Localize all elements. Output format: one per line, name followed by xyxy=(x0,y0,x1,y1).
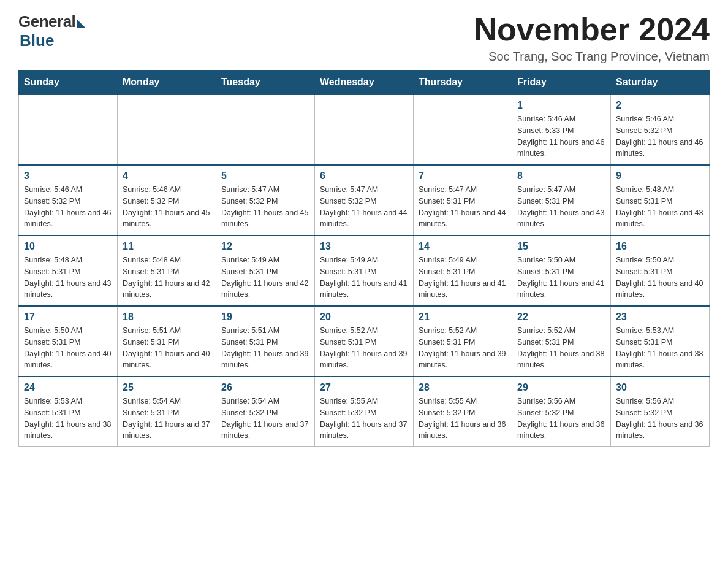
week-row-3: 10Sunrise: 5:48 AM Sunset: 5:31 PM Dayli… xyxy=(19,236,710,306)
day-info: Sunrise: 5:49 AM Sunset: 5:31 PM Dayligh… xyxy=(221,255,309,301)
day-number: 13 xyxy=(320,241,408,252)
week-row-1: 1Sunrise: 5:46 AM Sunset: 5:33 PM Daylig… xyxy=(19,94,710,165)
col-header-friday: Friday xyxy=(512,71,611,95)
col-header-thursday: Thursday xyxy=(414,71,512,95)
col-header-sunday: Sunday xyxy=(19,71,118,95)
calendar-cell: 13Sunrise: 5:49 AM Sunset: 5:31 PM Dayli… xyxy=(315,236,414,306)
day-info: Sunrise: 5:47 AM Sunset: 5:31 PM Dayligh… xyxy=(517,184,605,230)
calendar-cell: 15Sunrise: 5:50 AM Sunset: 5:31 PM Dayli… xyxy=(512,236,611,306)
calendar-cell xyxy=(414,94,512,165)
calendar-cell: 10Sunrise: 5:48 AM Sunset: 5:31 PM Dayli… xyxy=(19,236,118,306)
calendar-cell: 11Sunrise: 5:48 AM Sunset: 5:31 PM Dayli… xyxy=(118,236,216,306)
calendar-cell: 29Sunrise: 5:56 AM Sunset: 5:32 PM Dayli… xyxy=(512,377,611,447)
day-number: 10 xyxy=(24,241,112,252)
calendar-table: SundayMondayTuesdayWednesdayThursdayFrid… xyxy=(18,70,710,447)
calendar-cell: 6Sunrise: 5:47 AM Sunset: 5:32 PM Daylig… xyxy=(315,165,414,236)
day-info: Sunrise: 5:47 AM Sunset: 5:32 PM Dayligh… xyxy=(320,184,408,230)
day-info: Sunrise: 5:52 AM Sunset: 5:31 PM Dayligh… xyxy=(517,325,605,371)
day-number: 4 xyxy=(123,170,211,182)
day-number: 26 xyxy=(221,382,309,393)
week-row-4: 17Sunrise: 5:50 AM Sunset: 5:31 PM Dayli… xyxy=(19,306,710,377)
calendar-cell xyxy=(118,94,216,165)
day-number: 1 xyxy=(517,100,605,111)
calendar-cell: 12Sunrise: 5:49 AM Sunset: 5:31 PM Dayli… xyxy=(216,236,315,306)
calendar-cell: 2Sunrise: 5:46 AM Sunset: 5:32 PM Daylig… xyxy=(611,94,710,165)
day-info: Sunrise: 5:47 AM Sunset: 5:32 PM Dayligh… xyxy=(221,184,309,230)
calendar-cell: 24Sunrise: 5:53 AM Sunset: 5:31 PM Dayli… xyxy=(19,377,118,447)
calendar-cell: 23Sunrise: 5:53 AM Sunset: 5:31 PM Dayli… xyxy=(611,306,710,377)
col-header-saturday: Saturday xyxy=(611,71,710,95)
day-number: 16 xyxy=(616,241,704,252)
calendar-cell: 21Sunrise: 5:52 AM Sunset: 5:31 PM Dayli… xyxy=(414,306,512,377)
week-row-5: 24Sunrise: 5:53 AM Sunset: 5:31 PM Dayli… xyxy=(19,377,710,447)
logo: General Blue xyxy=(18,12,85,50)
calendar-cell: 18Sunrise: 5:51 AM Sunset: 5:31 PM Dayli… xyxy=(118,306,216,377)
calendar-cell: 16Sunrise: 5:50 AM Sunset: 5:31 PM Dayli… xyxy=(611,236,710,306)
calendar-cell: 17Sunrise: 5:50 AM Sunset: 5:31 PM Dayli… xyxy=(19,306,118,377)
day-info: Sunrise: 5:49 AM Sunset: 5:31 PM Dayligh… xyxy=(419,255,507,301)
day-number: 2 xyxy=(616,100,704,111)
day-number: 23 xyxy=(616,312,704,323)
calendar-cell xyxy=(315,94,414,165)
day-info: Sunrise: 5:52 AM Sunset: 5:31 PM Dayligh… xyxy=(320,325,408,371)
calendar-cell: 27Sunrise: 5:55 AM Sunset: 5:32 PM Dayli… xyxy=(315,377,414,447)
calendar-cell: 5Sunrise: 5:47 AM Sunset: 5:32 PM Daylig… xyxy=(216,165,315,236)
day-number: 22 xyxy=(517,312,605,323)
day-number: 7 xyxy=(419,170,507,182)
day-number: 12 xyxy=(221,241,309,252)
day-number: 25 xyxy=(123,382,211,393)
calendar-cell xyxy=(19,94,118,165)
day-number: 11 xyxy=(123,241,211,252)
calendar-cell: 26Sunrise: 5:54 AM Sunset: 5:32 PM Dayli… xyxy=(216,377,315,447)
day-info: Sunrise: 5:54 AM Sunset: 5:31 PM Dayligh… xyxy=(123,396,211,442)
col-header-tuesday: Tuesday xyxy=(216,71,315,95)
day-number: 27 xyxy=(320,382,408,393)
day-number: 9 xyxy=(616,170,704,182)
subtitle: Soc Trang, Soc Trang Province, Vietnam xyxy=(474,50,710,64)
day-info: Sunrise: 5:48 AM Sunset: 5:31 PM Dayligh… xyxy=(616,184,704,230)
day-number: 29 xyxy=(517,382,605,393)
calendar-cell: 3Sunrise: 5:46 AM Sunset: 5:32 PM Daylig… xyxy=(19,165,118,236)
day-number: 18 xyxy=(123,312,211,323)
page-header: General Blue November 2024 Soc Trang, So… xyxy=(18,12,710,64)
day-number: 14 xyxy=(419,241,507,252)
day-number: 17 xyxy=(24,312,112,323)
day-number: 19 xyxy=(221,312,309,323)
day-info: Sunrise: 5:53 AM Sunset: 5:31 PM Dayligh… xyxy=(616,325,704,371)
day-info: Sunrise: 5:52 AM Sunset: 5:31 PM Dayligh… xyxy=(419,325,507,371)
day-info: Sunrise: 5:50 AM Sunset: 5:31 PM Dayligh… xyxy=(517,255,605,301)
calendar-cell: 30Sunrise: 5:56 AM Sunset: 5:32 PM Dayli… xyxy=(611,377,710,447)
day-number: 6 xyxy=(320,170,408,182)
day-number: 21 xyxy=(419,312,507,323)
day-info: Sunrise: 5:50 AM Sunset: 5:31 PM Dayligh… xyxy=(24,325,112,371)
day-info: Sunrise: 5:48 AM Sunset: 5:31 PM Dayligh… xyxy=(24,255,112,301)
calendar-header-row: SundayMondayTuesdayWednesdayThursdayFrid… xyxy=(19,71,710,95)
day-number: 15 xyxy=(517,241,605,252)
day-number: 8 xyxy=(517,170,605,182)
calendar-cell: 7Sunrise: 5:47 AM Sunset: 5:31 PM Daylig… xyxy=(414,165,512,236)
calendar-cell: 22Sunrise: 5:52 AM Sunset: 5:31 PM Dayli… xyxy=(512,306,611,377)
calendar-cell xyxy=(216,94,315,165)
col-header-wednesday: Wednesday xyxy=(315,71,414,95)
title-section: November 2024 Soc Trang, Soc Trang Provi… xyxy=(474,12,710,64)
week-row-2: 3Sunrise: 5:46 AM Sunset: 5:32 PM Daylig… xyxy=(19,165,710,236)
day-info: Sunrise: 5:50 AM Sunset: 5:31 PM Dayligh… xyxy=(616,255,704,301)
day-number: 24 xyxy=(24,382,112,393)
calendar-cell: 8Sunrise: 5:47 AM Sunset: 5:31 PM Daylig… xyxy=(512,165,611,236)
day-info: Sunrise: 5:51 AM Sunset: 5:31 PM Dayligh… xyxy=(221,325,309,371)
day-info: Sunrise: 5:55 AM Sunset: 5:32 PM Dayligh… xyxy=(320,396,408,442)
day-number: 5 xyxy=(221,170,309,182)
logo-general-text: General xyxy=(18,12,75,31)
day-info: Sunrise: 5:56 AM Sunset: 5:32 PM Dayligh… xyxy=(517,396,605,442)
logo-blue-text: Blue xyxy=(20,31,54,50)
day-number: 28 xyxy=(419,382,507,393)
calendar-cell: 25Sunrise: 5:54 AM Sunset: 5:31 PM Dayli… xyxy=(118,377,216,447)
day-info: Sunrise: 5:56 AM Sunset: 5:32 PM Dayligh… xyxy=(616,396,704,442)
calendar-cell: 14Sunrise: 5:49 AM Sunset: 5:31 PM Dayli… xyxy=(414,236,512,306)
day-info: Sunrise: 5:51 AM Sunset: 5:31 PM Dayligh… xyxy=(123,325,211,371)
day-info: Sunrise: 5:46 AM Sunset: 5:32 PM Dayligh… xyxy=(616,113,704,159)
day-number: 30 xyxy=(616,382,704,393)
day-info: Sunrise: 5:46 AM Sunset: 5:32 PM Dayligh… xyxy=(24,184,112,230)
day-info: Sunrise: 5:46 AM Sunset: 5:32 PM Dayligh… xyxy=(123,184,211,230)
day-info: Sunrise: 5:54 AM Sunset: 5:32 PM Dayligh… xyxy=(221,396,309,442)
